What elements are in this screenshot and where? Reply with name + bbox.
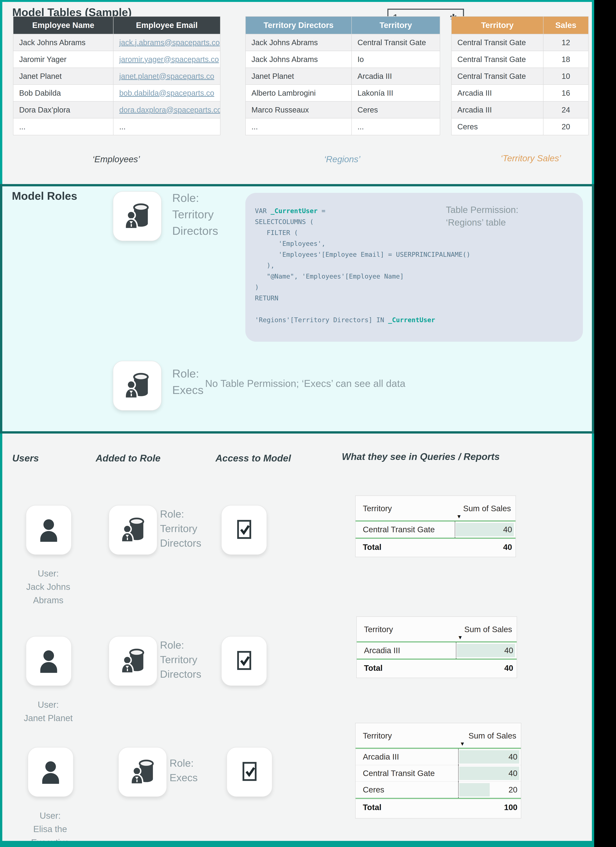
user-icon [37,648,61,674]
column-header: Territory [352,16,440,34]
table-row: Dora Dax’ploradora.daxplora@spaceparts.c… [13,102,220,118]
checked-checkbox-icon[interactable] [235,518,254,542]
cell-sales: 20 [543,118,588,135]
role-database-person-icon [123,370,152,401]
checked-checkbox-icon[interactable] [235,649,254,673]
table-row: Jack Johns AbramsIo [245,51,440,68]
report-col-sum-of-sales[interactable]: Sum of Sales [464,625,512,634]
report-total-row: Total 40 [356,539,516,556]
cell-territory: Lakonía III [352,84,440,102]
cell-sales: 24 [543,102,588,118]
user-name-label: User: Janet Planet [6,698,90,725]
role-database-person-icon [119,515,147,544]
role-card-territory-directors [109,636,157,686]
cell-territory: Central Transit Gate [451,34,543,51]
dax-keyword-currentuser: _CurrentUser [270,207,318,215]
table-row: Ceres20 [451,118,588,135]
users-section: Users Added to Role Access to Model What… [0,434,594,841]
cell-employee-email: jack.j.abrams@spaceparts.co [113,34,220,51]
employees-table-caption: ‘Employees’ [13,154,219,164]
report-table: Territory Sum of Sales ▼ Arcadia III 40 … [356,617,517,678]
cell-employee-name: Jaromir Yager [13,51,113,68]
cell-employee-name: Dora Dax’plora [13,102,113,118]
user-card [26,505,72,555]
email-link[interactable]: bob.dabilda@spaceparts.co [119,89,214,97]
table-row: ...... [13,118,220,135]
cell-sales: 12 [543,34,588,51]
report-header: Territory Sum of Sales ▼ [356,723,521,748]
table-row: Central Transit Gate12 [451,34,588,51]
access-card [227,747,272,797]
email-link[interactable]: jack.j.abrams@spaceparts.co [119,38,220,47]
execs-no-permission-note: No Table Permission; ‘Execs’ can see all… [205,378,405,389]
role-label: Role: Territory Directors [160,638,201,681]
cell-territory: Arcadia III [451,102,543,118]
regions-table: Territory Directors Territory Jack Johns… [245,16,440,135]
role-execs-label: Role: Execs [172,366,204,398]
report-header: Territory Sum of Sales ▼ [356,496,516,520]
cell-ellipsis: ... [113,118,220,135]
report-table: Territory Sum of Sales ▼ Central Transit… [355,496,516,557]
report-table: Territory Sum of Sales ▼ Arcadia III 40 … [355,723,521,819]
report-row: Ceres 20 [356,781,521,798]
role-card-execs [118,747,167,797]
sort-descending-icon[interactable]: ▼ [458,635,463,640]
table-row: Jack Johns Abramsjack.j.abrams@spacepart… [13,34,220,51]
report-col-territory: Territory [363,731,392,741]
email-link[interactable]: janet.planet@spaceparts.co [119,72,214,80]
email-link[interactable]: dora.daxplora@spaceparts.co [119,106,220,114]
cell-territory: Ceres [451,118,543,135]
user-icon [37,517,61,543]
role-label: Role: Territory Directors [160,507,201,550]
role-card-territory-directors [109,505,157,555]
dax-code: VAR _CurrentUser = SELECTCOLUMNS ( FILTE… [255,205,470,325]
cell-employee-name: Bob Dabilda [13,84,113,102]
cell-sales: 16 [543,84,588,102]
sort-descending-icon[interactable]: ▼ [459,741,465,747]
bottom-border-strip [0,841,594,847]
report-row: Arcadia III 40 [357,642,517,658]
cell-employee-email: janet.planet@spaceparts.co [113,68,220,84]
column-header: Territory [451,16,543,34]
access-card [221,636,267,686]
territory-sales-table-caption: ‘Territory Sales’ [463,153,599,164]
sort-descending-icon[interactable]: ▼ [456,514,462,519]
cell-territory: Arcadia III [451,84,543,102]
table-row: Arcadia III16 [451,84,588,102]
report-header: Territory Sum of Sales ▼ [357,617,517,641]
email-link[interactable]: jaromir.yager@spaceparts.co [119,55,219,63]
model-tables-section: Model Tables (Sample) 1 * Employee Name … [0,0,594,184]
section-divider [0,184,594,186]
cell-sales: 18 [543,51,588,68]
model-roles-section: Model Roles Role: Territory Directors VA… [0,186,594,431]
report-row: Central Transit Gate 40 [356,522,516,538]
cell-territory: Arcadia III [352,68,440,84]
report-col-sum-of-sales[interactable]: Sum of Sales [468,731,516,741]
report-col-sum-of-sales[interactable]: Sum of Sales [463,504,511,513]
column-header: Territory Directors [245,16,352,34]
column-heading-access-to-model: Access to Model [216,453,291,464]
cell-employee-email: jaromir.yager@spaceparts.co [113,51,220,68]
table-row: Jack Johns AbramsCentral Transit Gate [245,34,440,51]
role-card-territory-directors [113,191,161,241]
table-row: Janet Planetjanet.planet@spaceparts.co [13,68,220,84]
role-card-execs [113,361,161,410]
table-permission-note: Table Permission: ‘Regions’ table [446,204,519,229]
report-col-territory: Territory [364,625,393,634]
table-row: Alberto LambroginiLakonía III [245,84,440,102]
cell-employee-email: dora.daxplora@spaceparts.co [113,102,220,118]
cell-ellipsis: ... [245,118,352,135]
user-name-label: User: Jack Johns Abrams [6,567,90,607]
section-title-model-roles: Model Roles [12,189,77,202]
table-row: Arcadia III24 [451,102,588,118]
column-header: Sales [543,16,588,34]
territory-sales-table: Territory Sales Central Transit Gate12 C… [451,16,589,135]
cell-territory: Central Transit Gate [352,34,440,51]
checked-checkbox-icon[interactable] [240,760,259,784]
cell-territory: Ceres [352,102,440,118]
role-database-person-icon [123,201,152,231]
column-heading-users: Users [12,453,39,464]
role-database-person-icon [129,757,157,786]
column-header: Employee Name [13,16,113,34]
cell-director: Marco Russeaux [245,102,352,118]
